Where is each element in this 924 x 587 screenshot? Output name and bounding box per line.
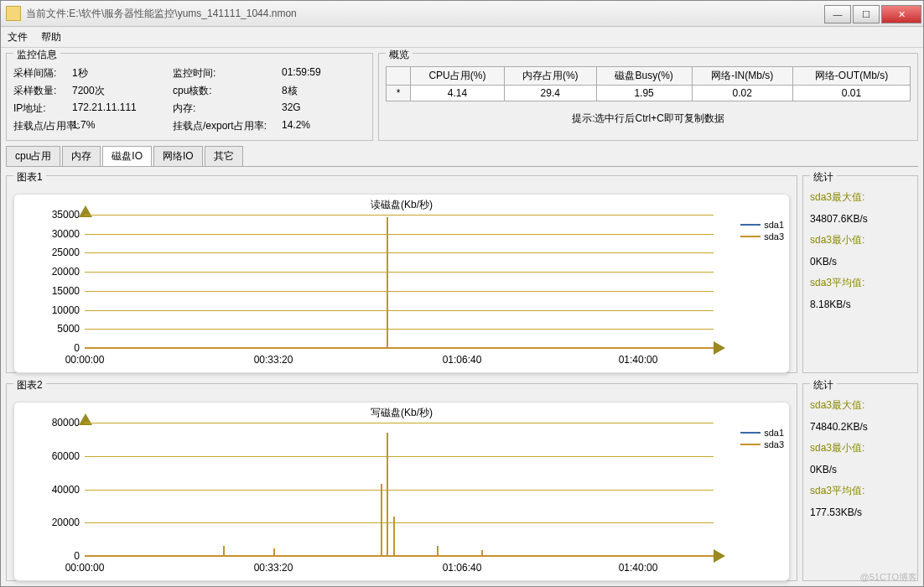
chart1-stats-label: 统计	[810, 170, 837, 184]
chart1-max-label: sda3最大值:	[810, 190, 911, 205]
overview-legend: 概览	[386, 48, 413, 62]
chart2-title: 写磁盘(Kb/秒)	[14, 403, 789, 423]
legend-line-icon	[740, 236, 760, 237]
legend-line-icon	[740, 224, 760, 226]
tabs: cpu占用 内存 磁盘IO 网络IO 其它	[6, 146, 918, 167]
overview-hint: 提示:选中行后Ctrl+C即可复制数据	[386, 112, 911, 126]
ov-h0: CPU占用(%)	[411, 67, 505, 86]
x-axis-arrow-icon	[714, 549, 725, 563]
value-interval: 1秒	[72, 66, 173, 81]
tab-diskio[interactable]: 磁盘IO	[102, 146, 152, 166]
chart2-stats-label: 统计	[810, 378, 837, 392]
chart2-avg-value: 177.53KB/s	[810, 506, 911, 518]
chart2-min-value: 0KB/s	[810, 464, 911, 475]
value-mount: 1.7%	[72, 119, 173, 133]
close-button[interactable]: ✕	[881, 5, 921, 23]
ov-h2: 磁盘Busy(%)	[596, 67, 692, 86]
watermark: @51CTO博客	[860, 571, 917, 584]
x-axis-arrow-icon	[714, 341, 725, 355]
chart1-legend: sda1 sda3	[740, 220, 784, 243]
chart2-max-value: 74840.2KB/s	[810, 421, 911, 433]
ov-h1: 内存占用(%)	[504, 67, 596, 86]
chart1-group-label: 图表1	[13, 170, 46, 184]
overview-table[interactable]: CPU占用(%) 内存占用(%) 磁盘Busy(%) 网络-IN(Mb/s) 网…	[386, 66, 911, 101]
label-ip: IP地址:	[13, 101, 72, 116]
chart1-min-value: 0KB/s	[810, 256, 911, 268]
value-duration: 01:59:59	[282, 66, 332, 81]
ov-h4: 网络-OUT(Mb/s)	[793, 67, 911, 86]
chart2-spike	[387, 433, 388, 557]
overview-data-row[interactable]: * 4.14 29.4 1.95 0.02 0.01	[387, 86, 911, 101]
tab-other[interactable]: 其它	[205, 146, 243, 166]
app-icon	[6, 6, 21, 21]
chart1-spike	[387, 217, 388, 349]
chart1-stats-group: 统计 sda3最大值: 34807.6KB/s sda3最小值: 0KB/s s…	[802, 175, 918, 373]
label-memory: 内存:	[173, 101, 282, 116]
chart1-group: 图表1 读磁盘(Kb/秒) 0 5000 10000 15000 20000	[6, 175, 797, 373]
ov-v0: 4.14	[411, 86, 505, 101]
overview-group: 概览 CPU占用(%) 内存占用(%) 磁盘Busy(%) 网络-IN(Mb/s…	[378, 53, 918, 141]
chart2-stats-group: 统计 sda3最大值: 74840.2KB/s sda3最小值: 0KB/s s…	[802, 383, 918, 581]
window-controls: — ☐ ✕	[823, 5, 921, 22]
value-count: 7200次	[72, 84, 173, 98]
chart2-baseline	[85, 555, 714, 557]
label-mount: 挂载点/占用率:	[13, 119, 72, 133]
chart1-avg-value: 8.18KB/s	[810, 299, 911, 310]
chart1-max-value: 34807.6KB/s	[810, 213, 911, 225]
value-memory: 32G	[282, 101, 332, 116]
chart1-baseline	[85, 347, 714, 349]
chart1-plot[interactable]: 0 5000 10000 15000 20000 25000 30000 350…	[85, 216, 714, 349]
value-ip: 172.21.11.111	[72, 101, 173, 116]
tab-memory[interactable]: 内存	[62, 146, 101, 166]
label-mount-export: 挂载点/export占用率:	[173, 119, 282, 133]
monitor-info-legend: 监控信息	[13, 48, 60, 62]
window-title: 当前文件:E:\软件\服务器性能监控\yums_141111_1044.nmon	[26, 7, 823, 21]
overview-header-row: CPU占用(%) 内存占用(%) 磁盘Busy(%) 网络-IN(Mb/s) 网…	[387, 67, 911, 86]
ov-v2: 1.95	[596, 86, 692, 101]
ov-v1: 29.4	[504, 86, 596, 101]
value-mount-export: 14.2%	[282, 119, 332, 133]
chart1-min-label: sda3最小值:	[810, 233, 911, 247]
menu-file[interactable]: 文件	[8, 30, 28, 44]
chart1-avg-label: sda3平均值:	[810, 276, 911, 290]
chart2-group: 图表2 写磁盘(Kb/秒) 0 20000 40000 60000 80000 …	[6, 383, 797, 581]
label-duration: 监控时间:	[173, 66, 282, 81]
tab-netio[interactable]: 网络IO	[153, 146, 203, 166]
chart1-panel: 读磁盘(Kb/秒) 0 5000 10000 15000 20000 25000…	[13, 194, 790, 373]
maximize-button[interactable]: ☐	[853, 5, 880, 23]
legend-line-icon	[740, 432, 760, 434]
titlebar[interactable]: 当前文件:E:\软件\服务器性能监控\yums_141111_1044.nmon…	[1, 1, 923, 27]
chart2-group-label: 图表2	[13, 378, 46, 392]
ov-h3: 网络-IN(Mb/s)	[692, 67, 793, 86]
chart2-max-label: sda3最大值:	[810, 398, 911, 413]
chart2-panel: 写磁盘(Kb/秒) 0 20000 40000 60000 80000 00:0…	[13, 402, 790, 581]
label-interval: 采样间隔:	[13, 66, 72, 81]
monitor-info-group: 监控信息 采样间隔: 1秒 监控时间: 01:59:59 采样数量: 7200次…	[6, 53, 373, 141]
tab-cpu[interactable]: cpu占用	[6, 146, 60, 166]
ov-v4: 0.01	[793, 86, 911, 101]
menubar: 文件 帮助	[1, 27, 923, 48]
app-window: 当前文件:E:\软件\服务器性能监控\yums_141111_1044.nmon…	[0, 0, 924, 587]
menu-help[interactable]: 帮助	[41, 30, 61, 44]
chart2-legend: sda1 sda3	[740, 428, 784, 451]
chart2-min-label: sda3最小值:	[810, 441, 911, 455]
label-cores: cpu核数:	[173, 84, 282, 98]
chart2-plot[interactable]: 0 20000 40000 60000 80000 00:00:00 00:33…	[85, 423, 714, 557]
chart1-title: 读磁盘(Kb/秒)	[14, 195, 789, 216]
legend-line-icon	[740, 444, 760, 445]
value-cores: 8核	[282, 84, 332, 98]
ov-v3: 0.02	[692, 86, 793, 101]
minimize-button[interactable]: —	[824, 5, 851, 23]
ov-row-marker: *	[387, 86, 411, 101]
chart2-avg-label: sda3平均值:	[810, 484, 911, 498]
label-count: 采样数量:	[13, 84, 72, 98]
